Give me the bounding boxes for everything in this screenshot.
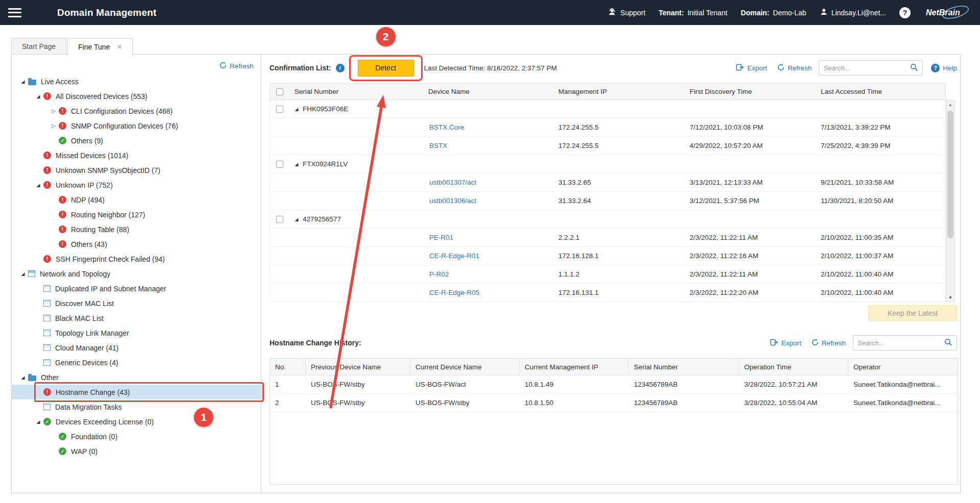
- device-name-link[interactable]: P-R02: [429, 270, 449, 278]
- help-button[interactable]: ? Help: [931, 64, 957, 72]
- serial-group-row[interactable]: ◢4279256577: [270, 210, 945, 229]
- vertical-scrollbar[interactable]: ▲ ▼: [946, 100, 955, 302]
- last-accessed-time-cell: 7/13/2021, 3:39:22 PM: [817, 123, 945, 131]
- device-row[interactable]: CE-R-Edge-R01172.16.128.12/3/2022, 11:22…: [270, 247, 945, 265]
- user-menu[interactable]: Lindsay.Li@net...: [820, 8, 886, 17]
- tree-item[interactable]: Topology Link Manager: [12, 325, 261, 340]
- tree-item[interactable]: ▷!SNMP Configuration Devices (76): [12, 118, 261, 133]
- error-icon: !: [43, 388, 51, 396]
- row-checkbox[interactable]: [276, 161, 283, 168]
- tree-item[interactable]: ◢!All Discovered Devices (553): [12, 89, 261, 104]
- topbar-help-icon[interactable]: ?: [899, 7, 911, 18]
- checkbox-cell: [270, 105, 290, 113]
- history-export-button[interactable]: Export: [770, 339, 801, 347]
- tab-start-page[interactable]: Start Page: [11, 38, 66, 55]
- tree-item[interactable]: Discover MAC List: [12, 296, 261, 311]
- tree-item-label: NDP (494): [71, 196, 105, 204]
- tree-item[interactable]: !SSH Fingerprint Check Failed (94): [12, 252, 261, 266]
- serial-group-row[interactable]: ◢FTX0924R1LV: [270, 155, 945, 173]
- tree-item[interactable]: !Routing Neighbor (127): [12, 207, 261, 222]
- tree-item[interactable]: Generic Devices (4): [12, 355, 261, 370]
- row-checkbox[interactable]: [276, 216, 283, 223]
- tree-item[interactable]: !NDP (494): [12, 192, 261, 207]
- tree-item-label: Discover MAC List: [55, 299, 114, 308]
- device-row[interactable]: PE-R012.2.2.12/3/2022, 11:22:11 AM2/10/2…: [270, 229, 945, 247]
- device-row[interactable]: P-R021.1.1.22/3/2022, 11:22:11 AM2/10/20…: [270, 265, 945, 284]
- tree-item[interactable]: !Unknown SNMP SysObjectID (7): [12, 163, 261, 178]
- history-refresh-button[interactable]: Refresh: [812, 339, 846, 347]
- tree-item[interactable]: Data Migration Tasks: [12, 399, 261, 414]
- tree-item[interactable]: !Hostname Change (43)1: [12, 385, 261, 399]
- device-row[interactable]: ustb001307/act31.33.2.653/13/2021, 12:13…: [270, 173, 945, 192]
- collapse-icon[interactable]: ◢: [34, 419, 42, 424]
- support-button[interactable]: Support: [607, 7, 645, 18]
- keep-the-latest-button[interactable]: Keep the Latest: [868, 305, 957, 321]
- tree-item[interactable]: ◢Network and Topology: [12, 266, 261, 281]
- tree-item[interactable]: ✓Foundation (0): [12, 429, 261, 444]
- collapse-icon[interactable]: ◢: [19, 79, 27, 84]
- tab-close-icon[interactable]: ×: [117, 43, 121, 51]
- tree-item[interactable]: !Others (43): [12, 237, 261, 252]
- collapse-icon[interactable]: ◢: [290, 162, 303, 167]
- scroll-down-icon[interactable]: ▼: [946, 293, 954, 301]
- device-name-link[interactable]: ustb001306/act: [429, 197, 476, 205]
- collapse-icon[interactable]: ◢: [34, 183, 42, 188]
- tree-item[interactable]: !Missed Devices (1014): [12, 148, 261, 163]
- device-row[interactable]: CE-R-Edge-R05172.16.131.12/3/2022, 11:22…: [270, 284, 945, 302]
- content-area: Refresh ◢Live Access◢!All Discovered Dev…: [11, 54, 961, 493]
- collapse-icon[interactable]: ◢: [290, 107, 303, 112]
- tree-item[interactable]: ✓WAP (0): [12, 444, 261, 459]
- menu-icon[interactable]: [8, 8, 21, 17]
- device-name-link[interactable]: BSTX.Core: [429, 123, 464, 131]
- collapse-icon[interactable]: ◢: [19, 271, 27, 276]
- serial-group-row[interactable]: ◢FHK0953F06E: [270, 100, 945, 118]
- history-row[interactable]: 2US-BOS-FW/stbyUS-BOS-FW/stby10.8.1.5012…: [270, 394, 958, 412]
- history-row[interactable]: 1US-BOS-FW/stbyUS-BOS-FW/act10.8.1.49123…: [270, 375, 958, 394]
- device-name-link[interactable]: ustb001307/act: [429, 179, 476, 186]
- collapse-icon[interactable]: ◢: [34, 94, 42, 99]
- tree-item[interactable]: Duplicated IP and Subnet Manager: [12, 281, 261, 296]
- scroll-up-icon[interactable]: ▲: [946, 100, 954, 109]
- device-name-link[interactable]: PE-R01: [429, 234, 453, 241]
- first-discovery-time-cell: 7/12/2021, 10:03:08 PM: [685, 123, 817, 131]
- device-row[interactable]: ustb001306/act31.33.2.643/12/2021, 5:37:…: [270, 192, 945, 210]
- history-search-input[interactable]: [857, 339, 944, 347]
- row-checkbox[interactable]: [276, 106, 283, 113]
- refresh-icon: [219, 62, 227, 70]
- refresh-button[interactable]: Refresh: [777, 64, 812, 72]
- tree-item[interactable]: !Routing Table (88): [12, 222, 261, 237]
- tree-item-label: Topology Link Manager: [55, 329, 129, 337]
- device-name-cell: BSTX: [424, 142, 554, 149]
- export-button[interactable]: Export: [736, 64, 767, 72]
- device-name-link[interactable]: BSTX: [429, 142, 447, 149]
- device-row[interactable]: BSTX.Core172.24.255.57/12/2021, 10:03:08…: [270, 118, 945, 137]
- search-icon: [910, 63, 918, 73]
- tree-item[interactable]: Cloud Manager (41): [12, 340, 261, 355]
- select-all-checkbox[interactable]: [276, 88, 283, 95]
- collapse-icon[interactable]: ◢: [19, 375, 27, 380]
- expand-icon[interactable]: ▷: [50, 123, 58, 129]
- tree-item[interactable]: ◢✓Devices Exceeding License (0): [12, 414, 261, 429]
- tree-item[interactable]: ◢Live Access: [12, 74, 261, 89]
- device-name-link[interactable]: CE-R-Edge-R05: [429, 289, 479, 296]
- device-name-cell: PE-R01: [424, 234, 554, 241]
- tree-item[interactable]: ▷!CLI Configuration Devices (468): [12, 104, 261, 118]
- sidebar-refresh-button[interactable]: Refresh: [219, 62, 254, 70]
- collapse-icon[interactable]: ◢: [290, 217, 303, 222]
- tree-item-label: Live Access: [41, 78, 79, 86]
- info-icon[interactable]: i: [336, 64, 345, 72]
- device-row[interactable]: BSTX172.24.255.54/29/2022, 10:57:20 AM7/…: [270, 137, 945, 155]
- tree-item[interactable]: ◢!Unknown IP (752): [12, 178, 261, 192]
- tree-item[interactable]: Black MAC List: [12, 311, 261, 325]
- tree-item[interactable]: ◢Other: [12, 370, 261, 385]
- confirmation-search-input[interactable]: [823, 64, 910, 72]
- device-name-link[interactable]: CE-R-Edge-R01: [429, 252, 479, 260]
- detect-button[interactable]: Detect: [358, 60, 414, 77]
- expand-icon[interactable]: ▷: [50, 108, 58, 114]
- scrollbar-thumb[interactable]: [947, 111, 953, 238]
- first-discovery-time-cell: 4/29/2022, 10:57:20 AM: [685, 142, 817, 149]
- confirmation-table: Serial NumberDevice NameManagement IPFir…: [270, 83, 946, 302]
- device-name-cell: BSTX.Core: [424, 123, 554, 131]
- tab-fine-tune[interactable]: Fine Tune×: [67, 38, 133, 55]
- tree-item[interactable]: ✓Others (9): [12, 133, 261, 148]
